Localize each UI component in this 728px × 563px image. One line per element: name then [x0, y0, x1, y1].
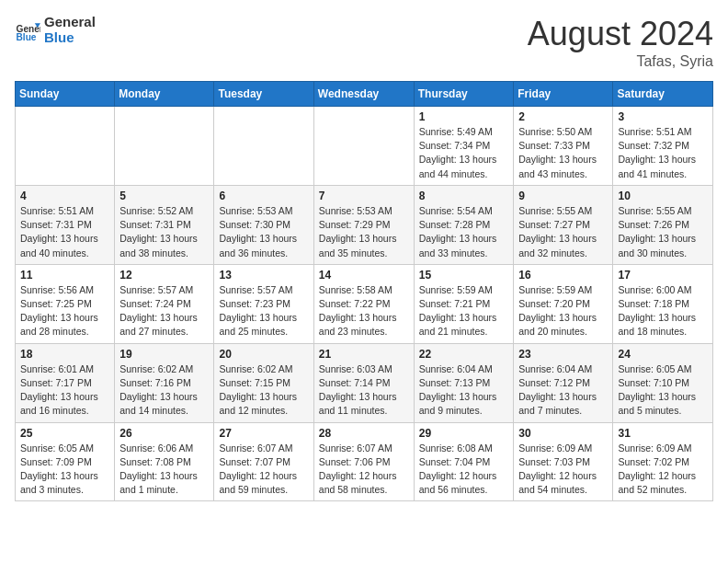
day-info: Sunrise: 5:57 AMSunset: 7:23 PMDaylight:…: [219, 283, 308, 339]
day-number: 27: [219, 427, 308, 440]
weekday-header-friday: Friday: [514, 82, 613, 107]
day-number: 24: [618, 348, 708, 361]
day-number: 7: [319, 190, 409, 202]
day-number: 2: [518, 110, 608, 123]
day-number: 14: [319, 269, 409, 282]
calendar-cell: 1Sunrise: 5:49 AMSunset: 7:34 PMDaylight…: [414, 107, 514, 186]
day-number: 3: [618, 110, 708, 123]
day-number: 29: [419, 427, 509, 440]
day-number: 9: [518, 190, 608, 202]
day-number: 8: [419, 190, 509, 202]
day-info: Sunrise: 6:08 AMSunset: 7:04 PMDaylight:…: [419, 442, 509, 498]
day-number: 23: [518, 348, 608, 361]
week-row-5: 25Sunrise: 6:05 AMSunset: 7:09 PMDayligh…: [16, 422, 713, 501]
day-number: 30: [518, 427, 608, 440]
page-header: General Blue General Blue August 2024 Ta…: [15, 15, 713, 70]
day-info: Sunrise: 5:58 AMSunset: 7:22 PMDaylight:…: [319, 283, 409, 339]
weekday-header-row: SundayMondayTuesdayWednesdayThursdayFrid…: [16, 82, 713, 107]
day-info: Sunrise: 6:04 AMSunset: 7:13 PMDaylight:…: [419, 362, 509, 419]
logo: General Blue General Blue: [15, 15, 96, 45]
day-info: Sunrise: 6:01 AMSunset: 7:17 PMDaylight:…: [20, 362, 109, 419]
calendar-cell: 24Sunrise: 6:05 AMSunset: 7:10 PMDayligh…: [613, 343, 713, 422]
week-row-4: 18Sunrise: 6:01 AMSunset: 7:17 PMDayligh…: [16, 343, 713, 422]
calendar-cell: 15Sunrise: 5:59 AMSunset: 7:21 PMDayligh…: [414, 264, 514, 343]
weekday-header-thursday: Thursday: [414, 82, 514, 107]
day-info: Sunrise: 5:56 AMSunset: 7:25 PMDaylight:…: [20, 283, 109, 339]
calendar-cell: 21Sunrise: 6:03 AMSunset: 7:14 PMDayligh…: [313, 343, 414, 422]
day-number: 1: [419, 110, 509, 123]
calendar-cell: 6Sunrise: 5:53 AMSunset: 7:30 PMDaylight…: [214, 185, 313, 264]
calendar-cell: 10Sunrise: 5:55 AMSunset: 7:26 PMDayligh…: [613, 185, 713, 264]
weekday-header-monday: Monday: [115, 82, 214, 107]
calendar-cell: [115, 107, 214, 186]
day-info: Sunrise: 5:57 AMSunset: 7:24 PMDaylight:…: [119, 283, 209, 339]
day-info: Sunrise: 6:07 AMSunset: 7:06 PMDaylight:…: [319, 442, 409, 498]
day-number: 12: [119, 269, 209, 282]
calendar-cell: 13Sunrise: 5:57 AMSunset: 7:23 PMDayligh…: [214, 264, 313, 343]
day-number: 19: [119, 348, 209, 361]
day-info: Sunrise: 6:09 AMSunset: 7:03 PMDaylight:…: [518, 442, 608, 498]
location-title: Tafas, Syria: [528, 53, 713, 70]
calendar-cell: [313, 107, 414, 186]
calendar-cell: 16Sunrise: 5:59 AMSunset: 7:20 PMDayligh…: [514, 264, 613, 343]
day-info: Sunrise: 6:07 AMSunset: 7:07 PMDaylight:…: [219, 442, 308, 498]
calendar-cell: 3Sunrise: 5:51 AMSunset: 7:32 PMDaylight…: [613, 107, 713, 186]
day-number: 31: [618, 427, 708, 440]
day-info: Sunrise: 5:55 AMSunset: 7:26 PMDaylight:…: [618, 204, 708, 260]
calendar-cell: [16, 107, 115, 186]
day-info: Sunrise: 5:51 AMSunset: 7:31 PMDaylight:…: [20, 204, 109, 260]
calendar-cell: 25Sunrise: 6:05 AMSunset: 7:09 PMDayligh…: [16, 422, 115, 501]
day-info: Sunrise: 5:53 AMSunset: 7:30 PMDaylight:…: [219, 204, 308, 260]
calendar-cell: 2Sunrise: 5:50 AMSunset: 7:33 PMDaylight…: [514, 107, 613, 186]
day-info: Sunrise: 5:53 AMSunset: 7:29 PMDaylight:…: [319, 204, 409, 260]
logo-line1: General: [44, 15, 96, 30]
calendar-table: SundayMondayTuesdayWednesdayThursdayFrid…: [15, 81, 713, 501]
day-info: Sunrise: 5:52 AMSunset: 7:31 PMDaylight:…: [119, 204, 209, 260]
day-number: 13: [219, 269, 308, 282]
calendar-cell: 22Sunrise: 6:04 AMSunset: 7:13 PMDayligh…: [414, 343, 514, 422]
week-row-3: 11Sunrise: 5:56 AMSunset: 7:25 PMDayligh…: [16, 264, 713, 343]
day-info: Sunrise: 5:51 AMSunset: 7:32 PMDaylight:…: [618, 125, 708, 181]
logo-icon: General Blue: [15, 17, 40, 43]
weekday-header-tuesday: Tuesday: [214, 82, 313, 107]
day-info: Sunrise: 6:02 AMSunset: 7:16 PMDaylight:…: [119, 362, 209, 419]
calendar-cell: 29Sunrise: 6:08 AMSunset: 7:04 PMDayligh…: [414, 422, 514, 501]
day-number: 28: [319, 427, 409, 440]
day-number: 15: [419, 269, 509, 282]
day-number: 11: [20, 269, 109, 282]
day-info: Sunrise: 5:49 AMSunset: 7:34 PMDaylight:…: [419, 125, 509, 181]
day-info: Sunrise: 5:59 AMSunset: 7:20 PMDaylight:…: [518, 283, 608, 339]
calendar-cell: 14Sunrise: 5:58 AMSunset: 7:22 PMDayligh…: [313, 264, 414, 343]
calendar-cell: 4Sunrise: 5:51 AMSunset: 7:31 PMDaylight…: [16, 185, 115, 264]
day-number: 16: [518, 269, 608, 282]
title-block: August 2024 Tafas, Syria: [528, 15, 713, 70]
calendar-cell: 20Sunrise: 6:02 AMSunset: 7:15 PMDayligh…: [214, 343, 313, 422]
logo-line2: Blue: [44, 30, 96, 46]
day-info: Sunrise: 6:00 AMSunset: 7:18 PMDaylight:…: [618, 283, 708, 339]
day-info: Sunrise: 5:50 AMSunset: 7:33 PMDaylight:…: [518, 125, 608, 181]
calendar-cell: [214, 107, 313, 186]
weekday-header-sunday: Sunday: [16, 82, 115, 107]
day-number: 21: [319, 348, 409, 361]
weekday-header-wednesday: Wednesday: [313, 82, 414, 107]
calendar-cell: 5Sunrise: 5:52 AMSunset: 7:31 PMDaylight…: [115, 185, 214, 264]
calendar-cell: 11Sunrise: 5:56 AMSunset: 7:25 PMDayligh…: [16, 264, 115, 343]
day-info: Sunrise: 6:09 AMSunset: 7:02 PMDaylight:…: [618, 442, 708, 498]
week-row-2: 4Sunrise: 5:51 AMSunset: 7:31 PMDaylight…: [16, 185, 713, 264]
calendar-cell: 26Sunrise: 6:06 AMSunset: 7:08 PMDayligh…: [115, 422, 214, 501]
month-title: August 2024: [528, 15, 713, 53]
calendar-cell: 30Sunrise: 6:09 AMSunset: 7:03 PMDayligh…: [514, 422, 613, 501]
day-number: 20: [219, 348, 308, 361]
svg-text:Blue: Blue: [17, 31, 37, 41]
day-info: Sunrise: 5:59 AMSunset: 7:21 PMDaylight:…: [419, 283, 509, 339]
day-info: Sunrise: 6:04 AMSunset: 7:12 PMDaylight:…: [518, 362, 608, 419]
calendar-cell: 18Sunrise: 6:01 AMSunset: 7:17 PMDayligh…: [16, 343, 115, 422]
day-number: 10: [618, 190, 708, 202]
day-number: 6: [219, 190, 308, 202]
calendar-cell: 28Sunrise: 6:07 AMSunset: 7:06 PMDayligh…: [313, 422, 414, 501]
day-number: 4: [20, 190, 109, 202]
calendar-cell: 19Sunrise: 6:02 AMSunset: 7:16 PMDayligh…: [115, 343, 214, 422]
calendar-cell: 7Sunrise: 5:53 AMSunset: 7:29 PMDaylight…: [313, 185, 414, 264]
day-number: 22: [419, 348, 509, 361]
day-info: Sunrise: 6:05 AMSunset: 7:10 PMDaylight:…: [618, 362, 708, 419]
